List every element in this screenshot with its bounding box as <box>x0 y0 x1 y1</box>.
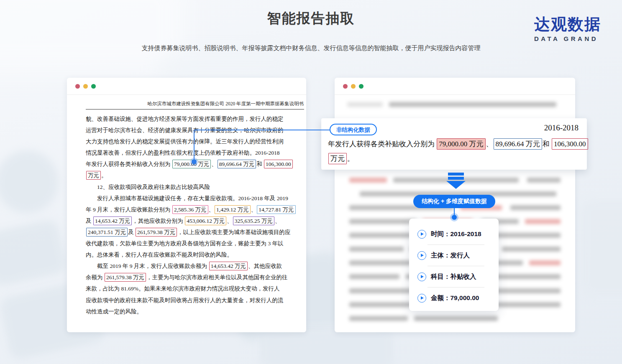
page-subtitle: 支持债券募集说明书、招股说明书、年报等披露文档中财务信息、发行信息等信息的智能抽… <box>0 44 622 52</box>
boxed-value: 1,429.12 万元 <box>215 205 251 214</box>
doc-text: 应收款项中的政府往来款不能及时回收将占用发行人的大量资金，对发行人的流 <box>86 297 284 303</box>
doc-line: 发行人承担城市基础设施建设任务，存在大量应收款项。2016-2018 年及 20… <box>86 193 304 204</box>
arrow-circle-icon <box>417 251 426 260</box>
blurred-text-bar <box>349 260 412 265</box>
boxed-value: 万元 <box>328 153 347 164</box>
doc-line: 内。总体来看，发行人存在应收账款不能及时回收的风险。 <box>86 249 304 260</box>
unstructured-data-card: 非结构化数据 2016-2018 年发行人获得各类补贴收入分别为 79,000.… <box>321 118 587 170</box>
arrow-circle-icon <box>417 294 426 303</box>
down-arrow-icon <box>446 173 466 189</box>
doc-text: 及 <box>128 229 135 235</box>
window-minimize-button[interactable] <box>351 84 356 89</box>
doc-line: 情况显著改善，但发行人的盈利性在很大程度上仍依赖于政府补助。2016-2018 <box>86 147 304 158</box>
doc-line: 收代建款项，欠款单位主要为地方政府及各级地方国有企业，账龄主要为 3 年以 <box>86 238 304 249</box>
callout-line: 年发行人获得各类补贴收入分别为 79,000.00 万元、89,696.64 万… <box>328 137 589 151</box>
structured-fields-card: 时间：2016-2018主体：发行人科目：补贴收入金额：79,000.00 <box>409 219 499 311</box>
doc-text: 大力支持也给发行人的稳定发展提供强有力的保障。近三年发行人的经营性利润 <box>86 138 284 145</box>
blurred-text-bar <box>502 247 561 252</box>
field-row: 科目：补贴收入 <box>409 266 499 287</box>
field-text: 时间：2016-2018 <box>431 230 481 239</box>
doc-line: 来款，占比为 81.69%。如果未来哈尔滨市政府财力情况出现较大变动，发行人 <box>86 283 304 294</box>
background-blob <box>581 201 622 297</box>
boxed-value: 14,727.81 万元 <box>257 205 295 214</box>
callout-line: 万元。 <box>328 151 589 166</box>
boxed-value: 240,371.51 万元 <box>86 228 128 237</box>
window-close-button[interactable] <box>343 84 348 89</box>
boxed-value: 万元 <box>86 171 101 180</box>
doc-text: 、其他应收款 <box>248 263 282 269</box>
doc-text: 、 <box>251 206 257 213</box>
boxed-value: 453,006.12 万元 <box>185 216 226 225</box>
doc-text: 发行人承担城市基础设施建设任务，存在大量应收款项。2016-2018 年及 20… <box>97 195 288 201</box>
doc-text: 年发行人获得各类补贴收入分别为 <box>86 161 172 167</box>
window-maximize-button[interactable] <box>359 84 363 89</box>
boxed-value: 89,696.64 万元 <box>218 160 256 168</box>
doc-text: 收代建款项，欠款单位主要为地方政府及各级地方国有企业，账龄主要为 3 年以 <box>86 240 284 247</box>
blurred-text-bar <box>525 219 561 224</box>
unstructured-data-badge: 非结构化数据 <box>330 124 377 135</box>
blurred-text-bar <box>527 178 561 183</box>
document-header: 哈尔滨市城市建设投资集团有限公司 2020 年度第一期中期票据募集说明书 <box>84 101 304 107</box>
doc-text: 和 <box>543 140 551 148</box>
boxed-value: 261,579.38 万元 <box>136 228 177 237</box>
callout-extracted-text: 年发行人获得各类补贴收入分别为 79,000.00 万元、89,696.64 万… <box>328 137 589 166</box>
blurred-text-bar <box>349 316 408 321</box>
blurred-text-bar <box>347 102 383 107</box>
window-minimize-button[interactable] <box>83 84 88 89</box>
doc-line: 运营对于哈尔滨市社会、经济的健康发展具有十分重要的意义，哈尔滨市政府的 <box>86 125 304 136</box>
doc-line: 12、应收款项回收及政府往来款占比较高风险 <box>86 181 304 193</box>
brand-logo: 达观数据 DATA GRAND <box>534 15 601 42</box>
doc-line: 240,371.51 万元及 261,579.38 万元，以上应收款项主要为城市… <box>86 227 304 238</box>
document-header-rule <box>86 109 304 109</box>
document-body: 貌、改善基础设施、促进地方经济发展等方面发挥着重要的作用，发行人的稳定运营对于哈… <box>86 113 304 317</box>
field-row: 时间：2016-2018 <box>409 224 499 244</box>
boxed-value: 261,579.38 万元 <box>105 273 146 282</box>
doc-text: ，以上应收款项主要为城市基础设施项目的应 <box>177 229 290 235</box>
doc-text: 、 <box>486 140 493 148</box>
doc-text: 、 <box>275 218 281 224</box>
doc-line: 截至 2019 年 9 月末，发行人应收账款余额为 14,653.42 万元、其… <box>86 260 304 272</box>
blurred-text-bar <box>510 205 561 210</box>
boxed-value: 325,635.25 万元 <box>233 216 274 225</box>
background-blob <box>0 150 59 213</box>
field-text: 科目：补贴收入 <box>431 272 476 281</box>
doc-text: 来款，占比为 81.69%。如果未来哈尔滨市政府财力情况出现较大变动，发行人 <box>86 285 280 292</box>
window-maximize-button[interactable] <box>91 84 96 89</box>
doc-line: 动性造成一定的风险。 <box>86 306 304 317</box>
blurred-text-bar <box>389 102 556 107</box>
doc-text: 动性造成一定的风险。 <box>86 308 142 315</box>
doc-text: ，其他应收款分别为 <box>132 218 184 224</box>
background-blob <box>0 219 68 288</box>
blurred-text-bar <box>349 178 387 183</box>
doc-line: 应收款项中的政府往来款不能及时回收将占用发行人的大量资金，对发行人的流 <box>86 295 304 306</box>
blurred-text-bar <box>414 316 498 321</box>
doc-text: 内。总体来看，发行人存在应收账款不能及时回收的风险。 <box>86 252 233 258</box>
blurred-text-bar <box>349 219 416 224</box>
doc-text: 貌、改善基础设施、促进地方经济发展等方面发挥着重要的作用，发行人的稳定 <box>86 116 284 122</box>
arrow-circle-icon <box>417 272 426 281</box>
doc-text: 及 <box>86 218 93 224</box>
doc-text: 、 <box>211 161 217 167</box>
boxed-value: 14,653.42 万元 <box>93 216 132 225</box>
doc-line: 万元。 <box>86 170 304 181</box>
page-title: 智能报告抽取 <box>0 9 622 28</box>
anchor-dot-icon <box>452 215 457 220</box>
connector-stem <box>454 208 455 215</box>
anchor-dot-icon <box>192 159 197 164</box>
boxed-value: 2,585.36 万元 <box>172 205 208 214</box>
arrow-circle-icon <box>417 230 426 239</box>
blurred-text-bar <box>349 247 404 252</box>
boxed-value: 79,000.00 万元 <box>437 138 485 150</box>
field-row: 主体：发行人 <box>409 245 499 266</box>
connector-line-vertical <box>194 130 195 162</box>
doc-line: 年 9 月末，发行人应收账款分别为 2,585.36 万元、1,429.12 万… <box>86 204 304 215</box>
doc-text: ，主要为与哈尔滨市政府相关单位以及其他国有企业的往 <box>146 274 288 280</box>
page: 智能报告抽取 支持债券募集说明书、招股说明书、年报等披露文档中财务信息、发行信息… <box>0 0 622 364</box>
doc-line: 大力支持也给发行人的稳定发展提供强有力的保障。近三年发行人的经营性利润 <box>86 136 304 147</box>
window-close-button[interactable] <box>75 84 80 89</box>
connector-line-horizontal <box>194 130 330 130</box>
field-text: 主体：发行人 <box>431 251 470 260</box>
doc-text: 年发行人获得各类补贴收入分别为 <box>328 140 436 148</box>
doc-text: 运营对于哈尔滨市社会、经济的健康发展具有十分重要的意义，哈尔滨市政府的 <box>86 127 284 133</box>
doc-text: 、 <box>209 206 215 213</box>
